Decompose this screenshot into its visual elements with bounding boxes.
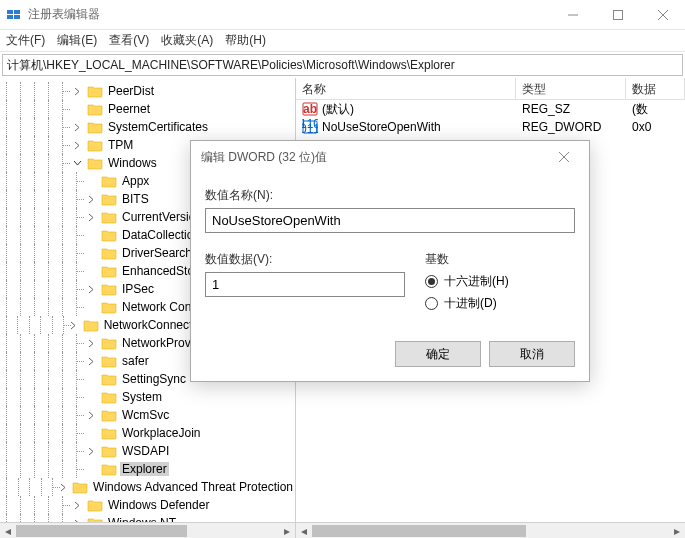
- tree-item-label: Peernet: [106, 102, 152, 116]
- chevron-right-icon[interactable]: [70, 138, 84, 152]
- value-data-label: 数值数据(V):: [205, 251, 405, 268]
- svg-rect-1: [14, 10, 20, 14]
- string-value-icon: ab: [302, 101, 318, 117]
- value-data: (数: [632, 101, 648, 118]
- menu-bar: 文件(F) 编辑(E) 查看(V) 收藏夹(A) 帮助(H): [0, 30, 685, 52]
- tree-item-label: Windows Defender: [106, 498, 211, 512]
- menu-view[interactable]: 查看(V): [109, 32, 149, 49]
- chevron-right-icon[interactable]: [70, 120, 84, 134]
- svg-text:011: 011: [302, 122, 318, 135]
- col-type[interactable]: 类型: [516, 78, 626, 99]
- tree-item-peerdist[interactable]: PeerDist: [0, 82, 295, 100]
- chevron-right-icon[interactable]: [70, 84, 84, 98]
- chevron-right-icon[interactable]: [84, 444, 98, 458]
- tree-item-explorer[interactable]: Explorer: [0, 460, 295, 478]
- address-bar[interactable]: 计算机\HKEY_LOCAL_MACHINE\SOFTWARE\Policies…: [2, 54, 683, 76]
- chevron-right-icon[interactable]: [84, 354, 98, 368]
- folder-icon: [101, 372, 117, 386]
- value-data-field[interactable]: [205, 272, 405, 297]
- tree-hscrollbar[interactable]: ◂ ▸: [0, 522, 295, 538]
- tree-item-wsdapi[interactable]: WSDAPI: [0, 442, 295, 460]
- tree-item-systemcertificates[interactable]: SystemCertificates: [0, 118, 295, 136]
- folder-icon: [101, 264, 117, 278]
- cancel-button[interactable]: 取消: [489, 341, 575, 367]
- menu-help[interactable]: 帮助(H): [225, 32, 266, 49]
- tree-item-label: WorkplaceJoin: [120, 426, 202, 440]
- folder-icon: [87, 138, 103, 152]
- folder-icon: [101, 282, 117, 296]
- chevron-right-icon[interactable]: [84, 192, 98, 206]
- tree-item-label: safer: [120, 354, 151, 368]
- radix-dec-label: 十进制(D): [444, 295, 497, 312]
- scroll-left-icon[interactable]: ◂: [296, 523, 312, 539]
- maximize-button[interactable]: [595, 0, 640, 30]
- tree-item-label: System: [120, 390, 164, 404]
- close-button[interactable]: [640, 0, 685, 30]
- chevron-right-icon[interactable]: [84, 282, 98, 296]
- value-name-field[interactable]: [205, 208, 575, 233]
- tree-item-windows-advanced-threat-protection[interactable]: Windows Advanced Threat Protection: [0, 478, 295, 496]
- svg-rect-0: [7, 10, 13, 14]
- tree-item-label: BITS: [120, 192, 151, 206]
- scroll-right-icon[interactable]: ▸: [669, 523, 685, 539]
- tree-item-label: Explorer: [120, 462, 169, 476]
- edit-dword-dialog: 编辑 DWORD (32 位)值 数值名称(N): 数值数据(V): 基数 十六…: [190, 140, 590, 382]
- list-hscrollbar[interactable]: ◂ ▸: [296, 522, 685, 538]
- ok-button[interactable]: 确定: [395, 341, 481, 367]
- folder-icon: [87, 498, 103, 512]
- tree-item-workplacejoin[interactable]: WorkplaceJoin: [0, 424, 295, 442]
- tree-item-label: PeerDist: [106, 84, 156, 98]
- folder-icon: [87, 156, 103, 170]
- value-name-label: 数值名称(N):: [205, 187, 575, 204]
- radio-checked-icon: [425, 275, 438, 288]
- tree-item-label: WSDAPI: [120, 444, 171, 458]
- tree-item-label: SystemCertificates: [106, 120, 210, 134]
- svg-text:ab: ab: [303, 102, 317, 116]
- minimize-button[interactable]: [550, 0, 595, 30]
- menu-edit[interactable]: 编辑(E): [57, 32, 97, 49]
- radix-label: 基数: [425, 251, 575, 268]
- dialog-close-button[interactable]: [549, 142, 579, 172]
- scroll-right-icon[interactable]: ▸: [279, 523, 295, 539]
- tree-item-peernet[interactable]: Peernet: [0, 100, 295, 118]
- tree-item-label: Windows Advanced Threat Protection: [91, 480, 295, 494]
- tree-item-system[interactable]: System: [0, 388, 295, 406]
- value-data: 0x0: [632, 120, 651, 134]
- chevron-right-icon[interactable]: [84, 408, 98, 422]
- tree-item-label: IPSec: [120, 282, 156, 296]
- chevron-right-icon[interactable]: [70, 498, 84, 512]
- folder-icon: [87, 102, 103, 116]
- binary-value-icon: 110011: [302, 119, 318, 135]
- menu-favorites[interactable]: 收藏夹(A): [161, 32, 213, 49]
- folder-icon: [72, 480, 88, 494]
- list-row[interactable]: 110011NoUseStoreOpenWithREG_DWORD0x0: [296, 118, 685, 136]
- folder-icon: [87, 120, 103, 134]
- tree-item-wcmsvc[interactable]: WcmSvc: [0, 406, 295, 424]
- folder-icon: [101, 462, 117, 476]
- radix-hex-option[interactable]: 十六进制(H): [425, 273, 575, 290]
- folder-icon: [83, 318, 99, 332]
- tree-item-label: WcmSvc: [120, 408, 171, 422]
- chevron-right-icon[interactable]: [84, 210, 98, 224]
- folder-icon: [101, 426, 117, 440]
- value-type: REG_DWORD: [522, 120, 601, 134]
- value-type: REG_SZ: [522, 102, 570, 116]
- col-data[interactable]: 数据: [626, 78, 685, 99]
- col-name[interactable]: 名称: [296, 78, 516, 99]
- folder-icon: [101, 354, 117, 368]
- folder-icon: [101, 336, 117, 350]
- list-row[interactable]: ab(默认)REG_SZ(数: [296, 100, 685, 118]
- folder-icon: [101, 210, 117, 224]
- scroll-left-icon[interactable]: ◂: [0, 523, 16, 539]
- folder-icon: [101, 246, 117, 260]
- title-bar: 注册表编辑器: [0, 0, 685, 30]
- svg-rect-5: [613, 10, 622, 19]
- chevron-down-icon[interactable]: [70, 156, 84, 170]
- app-icon: [6, 7, 22, 23]
- window-title: 注册表编辑器: [28, 6, 550, 23]
- tree-item-windows-defender[interactable]: Windows Defender: [0, 496, 295, 514]
- chevron-right-icon[interactable]: [84, 336, 98, 350]
- radix-dec-option[interactable]: 十进制(D): [425, 295, 575, 312]
- menu-file[interactable]: 文件(F): [6, 32, 45, 49]
- tree-item-label: TPM: [106, 138, 135, 152]
